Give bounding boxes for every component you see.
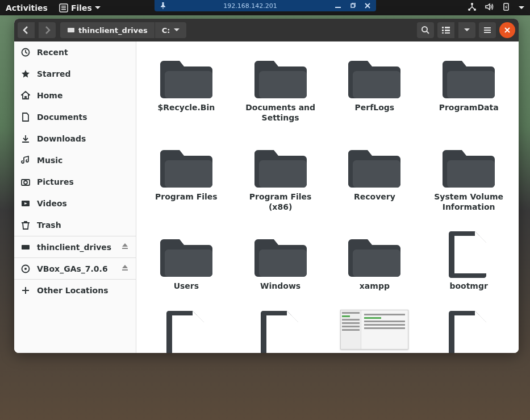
- download-icon: [21, 134, 30, 143]
- file-item[interactable]: [423, 310, 514, 354]
- svg-rect-25: [22, 245, 30, 249]
- file-icon: [254, 310, 307, 354]
- video-icon: [21, 199, 30, 208]
- file-item[interactable]: [235, 310, 326, 354]
- files-app-menu[interactable]: Files: [59, 3, 101, 13]
- path-segment-drive[interactable]: C:: [155, 22, 186, 38]
- file-label: ProgramData: [439, 103, 499, 113]
- sidebar-item-starred[interactable]: Starred: [14, 63, 136, 85]
- svg-point-27: [24, 268, 27, 270]
- folder-icon: [254, 52, 307, 101]
- folder-icon: [254, 141, 307, 190]
- document-icon: [21, 113, 30, 122]
- file-label: bootmgr: [449, 281, 487, 292]
- sidebar-item-recent[interactable]: Recent: [14, 41, 136, 63]
- star-icon: [21, 69, 30, 78]
- svg-rect-15: [445, 27, 450, 28]
- activities-button[interactable]: Activities: [6, 3, 48, 13]
- file-label: $Recycle.Bin: [157, 103, 215, 113]
- folder-icon: [254, 230, 307, 279]
- file-view[interactable]: $Recycle.BinDocuments and SettingsPerfLo…: [136, 41, 519, 353]
- music-icon: [21, 156, 30, 165]
- trash-icon: [21, 221, 30, 230]
- file-item[interactable]: bootmgr: [423, 230, 514, 292]
- camera-icon: [21, 177, 30, 186]
- file-label: Recovery: [354, 192, 395, 202]
- folder-item[interactable]: Program Files (x86): [235, 141, 326, 212]
- svg-rect-8: [335, 7, 341, 8]
- folder-item[interactable]: Documents and Settings: [235, 52, 326, 123]
- sidebar-item-trash[interactable]: Trash: [14, 214, 136, 236]
- eject-icon[interactable]: [121, 264, 129, 273]
- file-label: Documents and Settings: [238, 103, 323, 123]
- svg-rect-10: [68, 28, 74, 32]
- file-label: Windows: [260, 281, 301, 292]
- volume-icon[interactable]: [485, 2, 494, 13]
- file-label: Users: [174, 281, 199, 292]
- eject-icon[interactable]: [121, 242, 129, 252]
- folder-item[interactable]: Users: [141, 230, 232, 292]
- rdp-restore-button[interactable]: [348, 1, 358, 11]
- folder-item[interactable]: PerfLogs: [329, 52, 420, 113]
- svg-rect-19: [484, 30, 491, 31]
- folder-icon: [348, 230, 400, 279]
- svg-rect-12: [442, 27, 444, 28]
- rdp-pin-icon[interactable]: [158, 1, 168, 11]
- svg-rect-3: [61, 9, 66, 10]
- svg-rect-16: [445, 30, 450, 31]
- sidebar: Recent Starred Home Documents Downloads …: [14, 41, 136, 353]
- chevron-down-icon[interactable]: [519, 6, 524, 10]
- rdp-minimize-button[interactable]: [333, 1, 343, 11]
- svg-rect-17: [445, 32, 450, 34]
- sidebar-item-home[interactable]: Home: [14, 85, 136, 106]
- folder-item[interactable]: Program Files: [141, 141, 232, 202]
- hamburger-menu-button[interactable]: [479, 22, 496, 38]
- folder-icon: [348, 141, 400, 190]
- folder-item[interactable]: $Recycle.Bin: [141, 52, 232, 113]
- sidebar-item-pictures[interactable]: Pictures: [14, 171, 136, 193]
- forward-button[interactable]: [39, 22, 56, 38]
- rdp-close-button[interactable]: [362, 1, 373, 11]
- search-button[interactable]: [417, 22, 434, 38]
- file-icon: [160, 310, 212, 354]
- svg-rect-9: [351, 4, 354, 7]
- sidebar-item-other-locations[interactable]: Other Locations: [14, 279, 136, 301]
- folder-icon: [443, 141, 495, 190]
- folder-icon: [160, 230, 212, 279]
- folder-icon: [443, 52, 495, 101]
- folder-item[interactable]: System Volume Information: [423, 141, 514, 212]
- file-item[interactable]: [141, 310, 232, 354]
- sidebar-item-music[interactable]: Music: [14, 149, 136, 171]
- window-close-button[interactable]: [499, 22, 515, 38]
- folder-icon: [348, 52, 400, 101]
- folder-icon: [160, 141, 212, 190]
- sidebar-item-videos[interactable]: Videos: [14, 193, 136, 214]
- sidebar-item-thinclient[interactable]: thinclient_drives: [14, 236, 136, 257]
- image-thumbnail: [340, 310, 408, 350]
- power-icon[interactable]: [502, 2, 511, 13]
- plus-icon: [21, 286, 30, 295]
- file-icon: [443, 230, 495, 279]
- view-options-button[interactable]: [458, 22, 475, 38]
- svg-rect-18: [484, 27, 491, 28]
- folder-icon: [160, 52, 212, 101]
- view-mode-button[interactable]: [437, 22, 454, 38]
- svg-point-23: [24, 181, 27, 184]
- sidebar-item-documents[interactable]: Documents: [14, 106, 136, 128]
- file-label: xampp: [360, 281, 390, 292]
- folder-item[interactable]: Windows: [235, 230, 326, 292]
- file-item[interactable]: [329, 310, 420, 350]
- sidebar-item-vbox[interactable]: VBox_GAs_7.0.6: [14, 257, 136, 279]
- file-label: Program Files: [155, 192, 218, 202]
- svg-rect-13: [442, 30, 444, 31]
- back-button[interactable]: [18, 22, 35, 38]
- svg-rect-2: [61, 7, 66, 9]
- folder-item[interactable]: xampp: [329, 230, 420, 292]
- path-segment-root[interactable]: thinclient_drives: [60, 22, 155, 38]
- home-icon: [21, 91, 30, 100]
- sidebar-item-downloads[interactable]: Downloads: [14, 128, 136, 149]
- folder-item[interactable]: Recovery: [329, 141, 420, 202]
- folder-item[interactable]: ProgramData: [423, 52, 514, 113]
- network-icon[interactable]: [468, 2, 477, 13]
- clock-icon: [21, 48, 30, 57]
